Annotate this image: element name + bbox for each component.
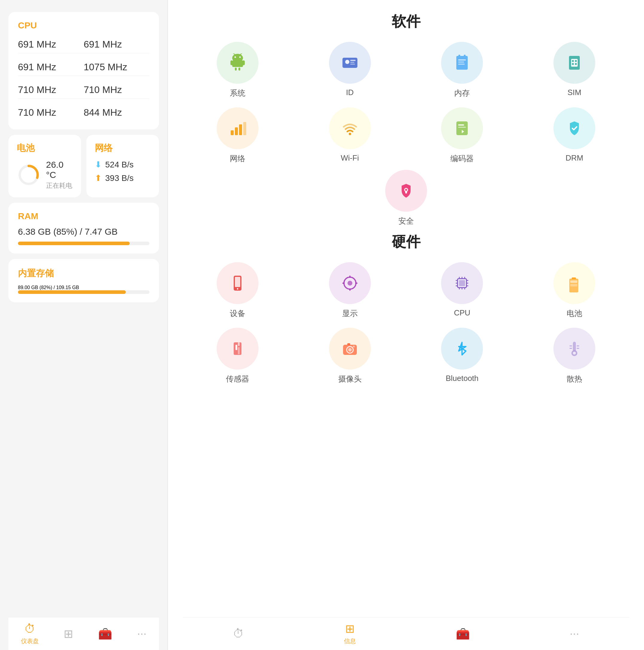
- battery-hw-label: 电池: [567, 308, 582, 319]
- svg-point-33: [349, 133, 351, 135]
- drm-icon-circle: [554, 107, 595, 149]
- icon-item-sensor[interactable]: 传感器: [183, 328, 292, 384]
- icon-item-security[interactable]: 安全: [385, 170, 427, 226]
- nav-more-left[interactable]: ···: [137, 627, 147, 640]
- encoder-icon-circle: [441, 107, 483, 149]
- svg-rect-28: [575, 63, 577, 65]
- network-card: 网络 ⬇ 524 B/s ⬆ 393 B/s: [86, 135, 159, 197]
- svg-rect-29: [231, 130, 234, 135]
- icon-item-display[interactable]: 显示: [295, 262, 405, 319]
- svg-rect-8: [230, 61, 233, 65]
- cpu-val-2-0: 710 MHz: [18, 81, 84, 99]
- svg-rect-20: [458, 60, 466, 61]
- storage-values: 89.00 GB (82%) / 109.15 GB: [18, 285, 149, 290]
- icon-item-device[interactable]: 设备: [183, 262, 292, 319]
- svg-rect-64: [238, 342, 240, 346]
- hardware-section-title: 硬件: [183, 232, 629, 251]
- svg-rect-69: [347, 343, 350, 345]
- system-icon-circle: [217, 42, 259, 84]
- security-row: 安全: [183, 170, 629, 226]
- device-icon-circle: [217, 262, 259, 304]
- upload-icon: ⬆: [95, 173, 102, 183]
- cpu-val-0-1: 691 MHz: [84, 36, 149, 53]
- svg-rect-65: [238, 347, 240, 354]
- battery-hw-icon: [565, 274, 583, 292]
- sensor-label: 传感器: [226, 374, 249, 384]
- svg-rect-9: [242, 61, 245, 65]
- icon-item-system[interactable]: 系统: [183, 42, 292, 98]
- svg-rect-40: [235, 277, 240, 287]
- svg-rect-61: [570, 284, 577, 286]
- ram-progress-fill: [18, 242, 130, 245]
- display-icon-circle: [329, 262, 371, 304]
- battery-hw-icon-circle: [554, 262, 595, 304]
- svg-rect-17: [456, 56, 468, 70]
- sensor-icon: [228, 339, 247, 358]
- cpu-title: CPU: [18, 20, 149, 31]
- ram-progress-bar: [18, 242, 149, 245]
- network-download: 524 B/s: [105, 160, 134, 170]
- svg-rect-19: [464, 55, 465, 57]
- nav-grid[interactable]: ⊞: [64, 627, 73, 641]
- svg-rect-25: [572, 60, 574, 62]
- cpu-val-2-1: 710 MHz: [84, 81, 149, 99]
- icon-item-wifi[interactable]: Wi-Fi: [295, 107, 405, 164]
- hardware-section: 硬件 设备: [183, 232, 629, 390]
- icon-item-id[interactable]: ID: [295, 42, 405, 98]
- svg-point-77: [573, 352, 576, 355]
- display-icon: [341, 274, 359, 292]
- icon-item-battery-hw[interactable]: 电池: [520, 262, 629, 319]
- id-icon-circle: [329, 42, 371, 84]
- wifi-label: Wi-Fi: [341, 153, 359, 162]
- svg-point-4: [239, 57, 240, 58]
- battery-network-row: 电池 26.0 °C 正在耗电 网络 ⬇ 524 B/s: [8, 135, 159, 197]
- network-upload: 393 B/s: [105, 173, 134, 183]
- svg-rect-22: [458, 64, 465, 65]
- svg-point-3: [234, 57, 236, 58]
- system-label: 系统: [230, 88, 245, 98]
- battery-card: 电池 26.0 °C 正在耗电: [8, 135, 81, 197]
- encoder-label: 编码器: [450, 153, 473, 164]
- svg-rect-32: [243, 122, 246, 135]
- svg-rect-31: [239, 124, 242, 135]
- svg-rect-14: [350, 60, 355, 61]
- svg-rect-12: [342, 58, 357, 68]
- sim-label: SIM: [568, 88, 581, 97]
- nav-tools[interactable]: 🧰: [98, 627, 112, 641]
- bluetooth-label: Bluetooth: [446, 374, 479, 383]
- drm-label: DRM: [566, 153, 583, 162]
- software-icon-grid: 系统 ID: [183, 42, 629, 164]
- software-section-title: 软件: [183, 12, 629, 31]
- cpu-card: CPU 691 MHz 691 MHz 691 MHz 1075 MHz 710…: [8, 12, 159, 130]
- svg-rect-35: [458, 124, 464, 125]
- display-label: 显示: [342, 308, 358, 319]
- cpu-val-1-1: 1075 MHz: [84, 59, 149, 76]
- icon-item-encoder[interactable]: 编码器: [408, 107, 517, 164]
- drm-icon: [565, 119, 583, 138]
- network-title: 网络: [95, 142, 151, 154]
- icon-item-camera[interactable]: 摄像头: [295, 328, 405, 384]
- right-info-icon: ⊞: [345, 622, 355, 635]
- nav-dashboard[interactable]: ⏱ 仪表盘: [21, 622, 39, 645]
- sim-icon: [565, 53, 583, 72]
- nav-right-tools[interactable]: 🧰: [456, 627, 470, 641]
- wifi-icon-circle: [329, 107, 371, 149]
- svg-rect-45: [459, 280, 465, 286]
- nav-right-info[interactable]: ⊞ 信息: [344, 622, 356, 645]
- nav-right-dashboard[interactable]: ⏱: [233, 627, 244, 640]
- nav-right-more[interactable]: ···: [570, 627, 579, 640]
- cpu-hw-icon-circle: [441, 262, 483, 304]
- icon-item-bluetooth[interactable]: Bluetooth: [408, 328, 517, 384]
- network-bars-icon: [228, 119, 247, 138]
- icon-item-sim[interactable]: SIM: [520, 42, 629, 98]
- camera-icon: [341, 339, 359, 358]
- left-panel: CPU 691 MHz 691 MHz 691 MHz 1075 MHz 710…: [0, 0, 167, 650]
- icon-item-cpu[interactable]: CPU: [408, 262, 517, 319]
- icon-item-heat[interactable]: 散热: [520, 328, 629, 384]
- memory-icon: [453, 53, 471, 72]
- icon-item-drm[interactable]: DRM: [520, 107, 629, 164]
- dashboard-icon: ⏱: [24, 622, 36, 635]
- icon-item-memory[interactable]: 内存: [408, 42, 517, 98]
- android-icon: [228, 53, 247, 72]
- icon-item-network[interactable]: 网络: [183, 107, 292, 164]
